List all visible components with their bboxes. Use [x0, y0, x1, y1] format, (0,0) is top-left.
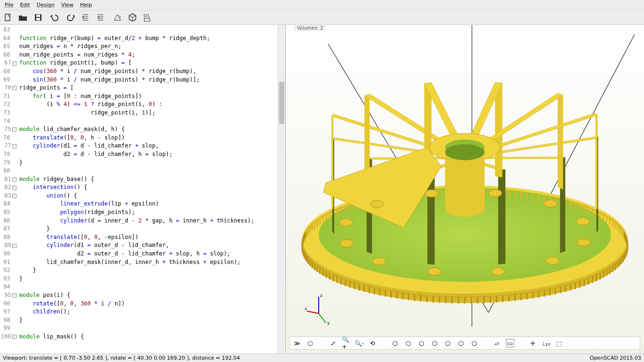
fold-toggle[interactable]: −: [12, 293, 17, 297]
fold-toggle[interactable]: −: [12, 335, 17, 339]
main-toolbar: STL: [0, 10, 644, 25]
vt-show-crosshairs-icon[interactable]: ⬚: [555, 339, 563, 347]
vt-zoom-in-icon[interactable]: 🔍+: [342, 339, 350, 347]
svg-point-181: [339, 219, 353, 226]
editor-scrollbar[interactable]: [278, 25, 285, 354]
fold-toggle[interactable]: −: [12, 186, 17, 190]
svg-line-187: [307, 311, 319, 313]
vt-view-top-icon[interactable]: ⬡: [404, 339, 413, 347]
fold-toggle[interactable]: −: [12, 177, 17, 181]
svg-point-184: [488, 189, 502, 197]
svg-point-183: [425, 189, 438, 197]
vt-preview-icon[interactable]: ≫: [293, 339, 301, 347]
vt-show-axes-icon[interactable]: ✛: [528, 339, 537, 347]
indent-icon[interactable]: [95, 12, 106, 23]
fold-toggle[interactable]: −: [12, 86, 17, 90]
vt-zoom-fit-icon[interactable]: ⤢: [329, 339, 337, 347]
fold-toggle[interactable]: −: [12, 127, 17, 132]
svg-text:x: x: [305, 306, 307, 311]
svg-text:STL: STL: [143, 14, 150, 18]
axes-gizmo: x y z: [305, 292, 338, 325]
vt-show-scale-icon[interactable]: ⟂₁₀: [542, 339, 550, 347]
code-editor[interactable]: 6364656667−686970−7172737475−7677−787980…: [0, 25, 286, 354]
vt-orthogonal-icon[interactable]: ▭: [506, 339, 514, 347]
vt-view-left-icon[interactable]: ⬡: [430, 339, 439, 347]
svg-point-176: [546, 257, 559, 264]
code-area[interactable]: function ridge_r(bump) = outer_d/2 + bum…: [18, 25, 278, 354]
vt-view-back-icon[interactable]: ⬡: [457, 339, 465, 347]
unindent-icon[interactable]: [80, 12, 91, 23]
render-icon[interactable]: [127, 12, 138, 23]
fold-toggle[interactable]: −: [12, 244, 17, 248]
svg-point-179: [372, 257, 386, 265]
status-version: OpenSCAD 2015.03: [590, 355, 641, 361]
line-gutter: 6364656667−686970−7172737475−7677−787980…: [0, 25, 18, 354]
viewport-3d[interactable]: Volumes: 2: [286, 25, 644, 354]
viewport-toolbar: ≫ ⬡ ⤢ 🔍+ 🔍- ⟲ ⬡ ⬡ ⬡ ⬡ ⬡ ⬡ ⬡ ▱ ▭ ✛ ⟂₁₀ ⬚: [289, 337, 640, 350]
vt-reset-view-icon[interactable]: ⟲: [368, 339, 377, 347]
svg-point-185: [544, 200, 557, 207]
undo-icon[interactable]: [50, 12, 60, 23]
vt-view-right-icon[interactable]: ⬡: [391, 339, 399, 347]
redo-icon[interactable]: [65, 12, 75, 23]
new-file-icon[interactable]: [3, 12, 13, 23]
svg-text:y: y: [327, 321, 330, 325]
save-file-icon[interactable]: [33, 12, 43, 23]
svg-point-182: [371, 200, 384, 208]
scrollbar-thumb[interactable]: [279, 82, 284, 124]
svg-point-186: [576, 218, 589, 225]
svg-rect-2: [36, 15, 40, 17]
fold-toggle[interactable]: −: [12, 194, 17, 198]
menu-design[interactable]: Design: [34, 1, 58, 9]
statusbar: Viewport: translate = [ 0.70 -3.50 2.65 …: [0, 354, 644, 362]
svg-rect-3: [36, 18, 40, 20]
vt-view-bottom-icon[interactable]: ⬡: [417, 339, 426, 347]
svg-point-177: [491, 268, 504, 275]
svg-point-175: [577, 239, 590, 246]
menu-help[interactable]: Help: [77, 1, 95, 9]
open-file-icon[interactable]: [18, 12, 28, 23]
vt-view-diagonal-icon[interactable]: ⬡: [470, 339, 479, 347]
menubar: File Edit Design View Help: [0, 0, 644, 10]
svg-text:z: z: [320, 293, 322, 298]
menu-file[interactable]: File: [2, 1, 16, 9]
menu-edit[interactable]: Edit: [17, 1, 33, 9]
export-stl-icon[interactable]: STL: [142, 12, 153, 23]
fold-toggle[interactable]: −: [12, 61, 17, 66]
vt-render-icon[interactable]: ⬡: [306, 339, 314, 347]
vt-zoom-out-icon[interactable]: 🔍-: [355, 339, 363, 347]
svg-rect-0: [5, 14, 10, 21]
vt-perspective-icon[interactable]: ▱: [493, 339, 501, 347]
status-viewport-info: Viewport: translate = [ 0.70 -3.50 2.65 …: [3, 355, 240, 361]
main-split: 6364656667−686970−7172737475−7677−787980…: [0, 25, 644, 354]
svg-line-188: [319, 313, 326, 323]
svg-point-180: [340, 239, 354, 247]
svg-point-174: [445, 144, 485, 160]
rendered-model: [286, 25, 644, 354]
svg-point-178: [428, 268, 441, 275]
vt-view-front-icon[interactable]: ⬡: [444, 339, 452, 347]
fold-toggle[interactable]: −: [12, 144, 17, 148]
menu-view[interactable]: View: [58, 1, 76, 9]
preview-icon[interactable]: [112, 12, 123, 23]
